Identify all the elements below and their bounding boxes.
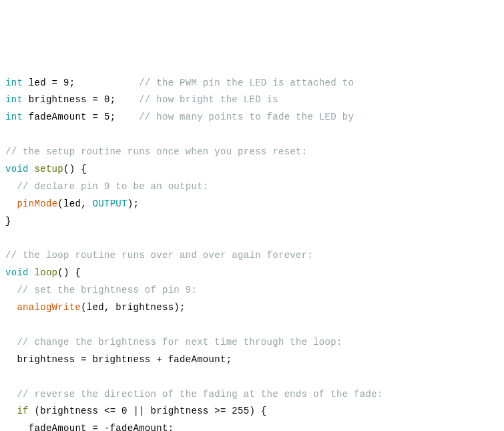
code-line: int brightness = 0; // how bright the LE… [5, 94, 278, 105]
comment: // how bright the LED is [139, 94, 278, 105]
code-text: () { [63, 164, 87, 174]
code-line: // the setup routine runs once when you … [5, 146, 307, 157]
code-line: pinMode(led, OUTPUT); [5, 198, 139, 209]
code-text: fadeAmount = -fadeAmount; [5, 423, 174, 431]
code-line: int fadeAmount = 5; // how many points t… [5, 112, 354, 122]
code-text: (brightness <= 0 || brightness >= 255) { [29, 406, 267, 416]
code-line: // the loop routine runs over and over a… [5, 250, 313, 261]
keyword-if: if [17, 406, 28, 416]
code-line: analogWrite(led, brightness); [5, 302, 186, 313]
keyword-int: int [5, 78, 23, 88]
comment: // the PWM pin the LED is attached to [139, 78, 354, 88]
code-line: fadeAmount = -fadeAmount; [5, 423, 174, 431]
function-name: loop [29, 267, 58, 278]
builtin-function: pinMode [17, 198, 57, 209]
keyword-void: void [5, 267, 29, 278]
constant: OUTPUT [93, 198, 128, 209]
code-line: // declare pin 9 to be an output: [5, 181, 209, 192]
code-line: } [5, 216, 11, 227]
function-name: setup [29, 164, 63, 174]
code-line: // reverse the direction of the fading a… [5, 389, 383, 400]
code-text: fadeAmount = 5; [23, 112, 139, 122]
code-block: int led = 9; // the PWM pin the LED is a… [5, 75, 499, 431]
indent [5, 406, 17, 416]
code-text: } [5, 216, 11, 227]
comment: // reverse the direction of the fading a… [5, 389, 383, 400]
comment: // set the brightness of pin 9: [5, 285, 197, 295]
keyword-int: int [5, 94, 23, 105]
code-line: // set the brightness of pin 9: [5, 285, 197, 295]
keyword-int: int [5, 112, 23, 122]
code-text: () { [57, 267, 81, 278]
comment: // how many points to fade the LED by [139, 112, 354, 122]
code-line: if (brightness <= 0 || brightness >= 255… [5, 406, 267, 416]
builtin-function: analogWrite [17, 302, 81, 313]
comment: // the loop routine runs over and over a… [5, 250, 313, 261]
keyword-void: void [5, 164, 29, 174]
code-line: void setup() { [5, 164, 87, 174]
code-text: brightness = brightness + fadeAmount; [5, 354, 232, 365]
comment: // the setup routine runs once when you … [5, 146, 307, 157]
indent [5, 198, 17, 209]
indent [5, 302, 17, 313]
comment: // change the brightness for next time t… [5, 337, 342, 347]
code-text: brightness = 0; [23, 94, 139, 105]
code-text: ); [128, 198, 139, 209]
code-line: int led = 9; // the PWM pin the LED is a… [5, 78, 354, 88]
code-line: void loop() { [5, 267, 81, 278]
code-line: brightness = brightness + fadeAmount; [5, 354, 232, 365]
code-text: (led, [57, 198, 92, 209]
code-line: // change the brightness for next time t… [5, 337, 342, 347]
code-text: (led, brightness); [81, 302, 186, 313]
code-text: led = 9; [23, 78, 139, 88]
comment: // declare pin 9 to be an output: [5, 181, 209, 192]
